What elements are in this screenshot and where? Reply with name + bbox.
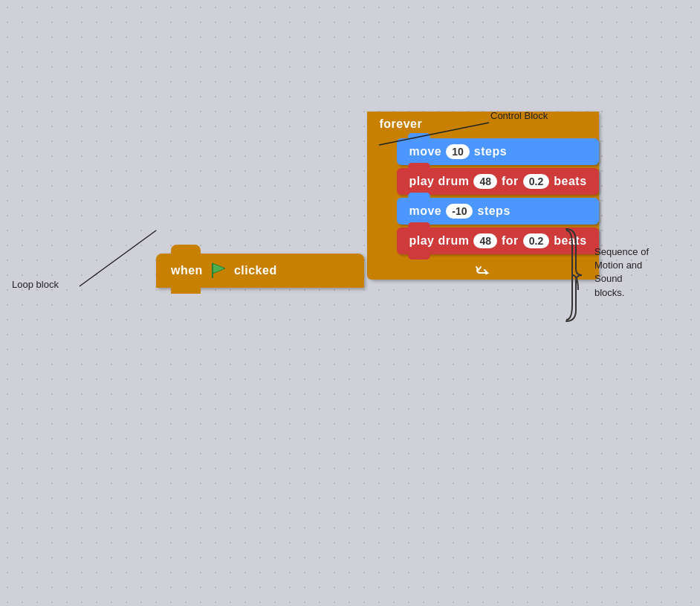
play-drum2-value1[interactable]: 48	[473, 233, 497, 248]
annotation-arrows	[0, 0, 700, 606]
forever-header: forever	[367, 112, 598, 135]
forever-block[interactable]: forever move 10 steps play drum 48 for 0…	[367, 112, 598, 280]
move2-steps: steps	[477, 204, 510, 218]
when-label: when	[171, 264, 203, 277]
move2-block[interactable]: move -10 steps	[397, 198, 598, 225]
play-drum2-beats: beats	[554, 234, 586, 248]
loop-block-annotation: Loop block	[12, 279, 59, 290]
move1-label: move	[409, 145, 441, 158]
when-clicked-block[interactable]: when clicked	[156, 254, 364, 288]
control-block-annotation: Control Block	[490, 110, 548, 121]
play-drum1-value1[interactable]: 48	[473, 174, 497, 189]
forever-footer	[367, 257, 598, 280]
move1-value[interactable]: 10	[446, 144, 470, 159]
loop-arrow-icon	[474, 260, 492, 274]
forever-body: move 10 steps play drum 48 for 0.2 beats…	[397, 135, 598, 257]
play-drum1-value2[interactable]: 0.2	[523, 174, 549, 189]
play-drum1-beats: beats	[554, 175, 586, 188]
play-drum2-for: for	[502, 234, 519, 248]
clicked-label: clicked	[234, 264, 277, 277]
play-drum1-for: for	[502, 175, 519, 188]
play-drum2-value2[interactable]: 0.2	[523, 233, 549, 248]
svg-line-3	[80, 231, 156, 286]
svg-marker-0	[213, 263, 225, 274]
blocks-container: when clicked forever move 10 steps	[156, 112, 599, 288]
move2-label: move	[409, 204, 441, 218]
sequence-annotation: Sequence of Motion and Sound blocks.	[594, 245, 676, 300]
green-flag-icon	[209, 261, 228, 280]
play-drum1-block[interactable]: play drum 48 for 0.2 beats	[397, 168, 598, 195]
play-drum2-block[interactable]: play drum 48 for 0.2 beats	[397, 228, 598, 254]
move1-steps: steps	[474, 145, 507, 158]
main-canvas: when clicked forever move 10 steps	[0, 0, 700, 606]
play-drum2-label: play drum	[409, 234, 469, 248]
move1-block[interactable]: move 10 steps	[397, 138, 598, 165]
move2-value[interactable]: -10	[446, 204, 473, 219]
play-drum1-label: play drum	[409, 175, 469, 188]
forever-label: forever	[379, 117, 422, 131]
